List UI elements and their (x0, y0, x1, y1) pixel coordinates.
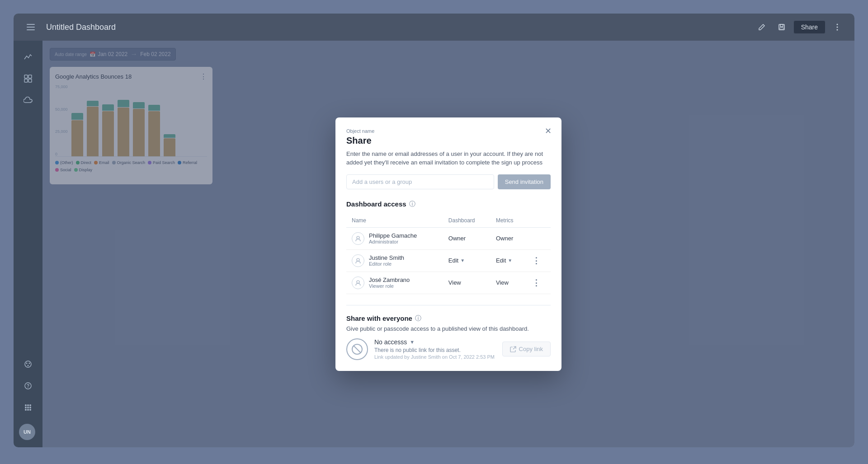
user-name-philippe: Philippe Gamache (369, 232, 417, 239)
sidebar-toggle-button[interactable] (23, 19, 39, 35)
copy-link-button[interactable]: Copy link (502, 342, 551, 356)
perm-metrics-jose: View (496, 279, 509, 286)
user-name-jose: José Zambrano (369, 277, 410, 283)
modal-close-button[interactable]: ✕ (542, 125, 554, 137)
svg-point-22 (25, 407, 27, 408)
dashboard-access-info-icon[interactable]: ⓘ (409, 200, 415, 208)
share-everyone-header: Share with everyone ⓘ (346, 314, 551, 323)
svg-point-23 (27, 407, 29, 408)
svg-point-21 (29, 404, 31, 406)
svg-point-15 (29, 363, 30, 364)
dashboard-access-title: Dashboard access (346, 200, 406, 208)
user-name-justine: Justine Smith (369, 254, 404, 261)
no-access-updated: Link updated by Justine Smith on Oct 7, … (374, 354, 496, 360)
share-everyone-info-icon[interactable]: ⓘ (415, 314, 421, 323)
invite-row: Send invitation (346, 174, 551, 189)
svg-rect-10 (28, 75, 32, 78)
svg-point-16 (28, 365, 29, 366)
chevron-down-icon: ▼ (460, 258, 465, 263)
share-button[interactable]: Share (793, 20, 826, 34)
user-role-jose: Viewer role (369, 283, 410, 289)
svg-line-33 (513, 347, 516, 349)
row-menu-jose[interactable]: ⋮ (532, 278, 540, 287)
share-modal: Object name ✕ Share Enter the name or em… (335, 117, 561, 371)
sidebar-item-analytics[interactable] (19, 48, 37, 66)
svg-text:?: ? (27, 384, 29, 389)
perm-metrics-justine-value: Edit (496, 257, 506, 264)
copy-link-label: Copy link (519, 346, 543, 352)
dashboard-access-header: Dashboard access ⓘ (346, 200, 551, 208)
svg-point-8 (837, 29, 838, 31)
svg-point-19 (25, 404, 27, 406)
svg-rect-9 (24, 75, 28, 78)
avatar[interactable]: UN (19, 424, 35, 440)
no-access-title-text: No accesss (374, 338, 407, 346)
sidebar: ? UN (14, 41, 42, 447)
page-title: Untitled Dashboard (46, 23, 754, 32)
svg-rect-1 (27, 27, 35, 28)
modal-description: Enter the name or email addresses of a u… (346, 150, 551, 167)
invite-input[interactable] (346, 174, 494, 189)
svg-point-30 (357, 281, 359, 283)
no-access-chevron-icon: ▼ (410, 339, 415, 345)
svg-rect-5 (780, 28, 783, 29)
svg-point-26 (27, 409, 29, 411)
svg-rect-0 (27, 24, 35, 25)
dashboard-area: Auto date range 📅 Jan 02 2022 → Feb 02 2… (42, 41, 854, 447)
sidebar-bottom: ? UN (19, 355, 37, 440)
svg-point-6 (837, 24, 838, 25)
svg-point-27 (29, 409, 31, 411)
svg-point-7 (837, 27, 838, 28)
public-access-row: No accesss ▼ There is no public link for… (346, 338, 551, 360)
table-row: José Zambrano Viewer role View View ⋮ (346, 272, 551, 294)
row-menu-justine[interactable]: ⋮ (532, 256, 540, 265)
svg-line-32 (354, 346, 361, 353)
access-table: Name Dashboard Metrics (346, 214, 551, 294)
svg-point-13 (25, 361, 31, 367)
more-options-icon[interactable] (829, 19, 845, 35)
col-dashboard: Dashboard (443, 214, 491, 228)
svg-rect-2 (27, 29, 35, 30)
user-avatar-philippe (352, 232, 364, 245)
svg-rect-4 (780, 24, 783, 27)
svg-point-28 (357, 236, 359, 239)
modal-object-name: Object name (346, 128, 551, 134)
user-role-philippe: Administrator (369, 239, 417, 244)
svg-point-14 (26, 363, 28, 364)
perm-metrics-justine-dropdown[interactable]: Edit ▼ (496, 257, 521, 264)
user-avatar-justine (352, 254, 364, 267)
modal-backdrop[interactable]: Object name ✕ Share Enter the name or em… (42, 41, 854, 447)
perm-dashboard-justine-dropdown[interactable]: Edit ▼ (448, 257, 485, 264)
svg-point-24 (29, 407, 31, 408)
edit-icon[interactable] (754, 19, 770, 35)
col-actions (527, 214, 551, 228)
user-cell-jose: José Zambrano Viewer role (352, 277, 438, 289)
user-cell-philippe: Philippe Gamache Administrator (352, 232, 438, 245)
sidebar-item-apps[interactable] (19, 398, 37, 417)
sidebar-item-help[interactable]: ? (19, 377, 37, 395)
share-everyone-title: Share with everyone (346, 314, 412, 322)
svg-point-20 (27, 404, 29, 406)
perm-metrics-philippe: Owner (496, 235, 513, 242)
no-access-info: No accesss ▼ There is no public link for… (374, 338, 496, 360)
svg-rect-11 (24, 79, 28, 82)
send-invitation-button[interactable]: Send invitation (498, 174, 551, 189)
svg-rect-12 (28, 79, 32, 82)
share-everyone-desc: Give public or passcode access to a publ… (346, 325, 551, 332)
no-access-desc: There is no public link for this asset. (374, 347, 496, 353)
col-name: Name (346, 214, 443, 228)
perm-dashboard-justine-value: Edit (448, 257, 458, 264)
save-icon[interactable] (774, 19, 790, 35)
modal-title: Share (346, 136, 551, 146)
main-content: ? UN (14, 41, 854, 447)
sidebar-item-dashboard[interactable] (19, 70, 37, 88)
header-actions: Share (754, 19, 845, 35)
top-header: Untitled Dashboard Share (14, 14, 854, 41)
sidebar-item-palette[interactable] (19, 355, 37, 373)
sidebar-item-cloud[interactable] (19, 91, 37, 109)
table-row: Justine Smith Editor role Edit ▼ (346, 249, 551, 272)
no-access-icon (346, 338, 368, 360)
perm-dashboard-jose: View (448, 279, 461, 286)
no-access-dropdown[interactable]: No accesss ▼ (374, 338, 496, 346)
svg-point-25 (25, 409, 27, 411)
